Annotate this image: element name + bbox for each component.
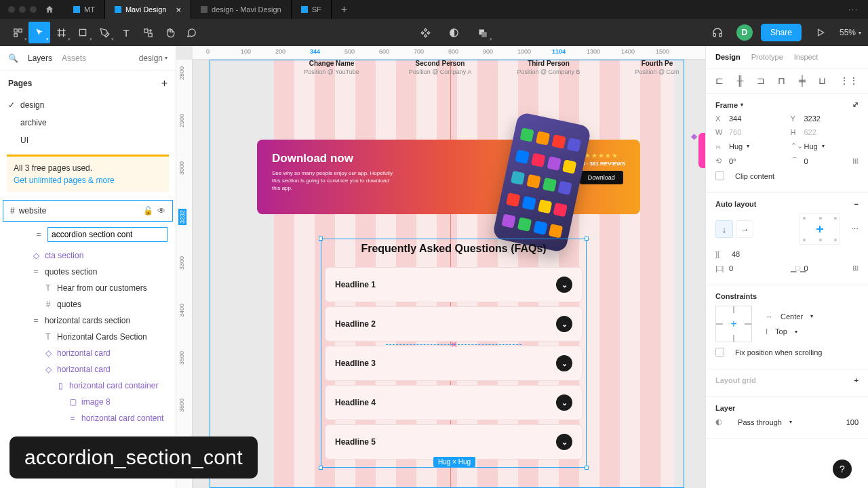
tab-layers[interactable]: Layers (28, 54, 52, 63)
add-page-icon[interactable]: + (161, 77, 167, 89)
constraint-v-dropdown[interactable]: Ⅰ Top ▾ (766, 327, 859, 336)
layer-item[interactable]: ◇horizontal card (0, 361, 176, 378)
layer-item[interactable]: THorizontal Cards Section (0, 329, 176, 345)
layer-item[interactable]: ◇cta section (0, 247, 176, 264)
clip-checkbox[interactable] (715, 171, 724, 180)
upgrade-link[interactable]: Get unlimited pages & more (14, 176, 115, 185)
move-tool-icon[interactable]: ▾ (28, 22, 50, 43)
frame-dropdown[interactable]: Frame ▾ (715, 101, 743, 109)
close-icon[interactable]: × (176, 5, 181, 15)
lock-icon[interactable]: 🔓 (143, 206, 153, 216)
constraint-h-dropdown[interactable]: ↔ Center ▾ (766, 312, 859, 321)
alignment-box[interactable] (800, 214, 840, 245)
layer-item[interactable]: ◇horizontal card (0, 345, 176, 361)
main-menu-icon[interactable]: ▾ (7, 22, 28, 43)
tab-mt[interactable]: MT (64, 0, 105, 19)
distribute-icon[interactable]: ⋮⋮ (840, 75, 859, 86)
align-left-icon[interactable]: ⊏ (715, 75, 724, 86)
fix-position-checkbox[interactable] (715, 348, 724, 357)
new-tab-button[interactable]: + (332, 3, 357, 16)
align-right-icon[interactable]: ⊐ (757, 75, 765, 86)
x-input[interactable]: 344 (729, 115, 784, 123)
radius-expand-icon[interactable]: ⊞ (852, 157, 859, 165)
close-window[interactable] (8, 6, 15, 13)
h-input[interactable]: 622 (804, 128, 859, 136)
pen-tool-icon[interactable]: ▾ (94, 22, 115, 43)
comment-tool-icon[interactable] (180, 22, 202, 43)
resize-handle[interactable] (585, 237, 589, 241)
hand-tool-icon[interactable] (159, 22, 180, 43)
left-panel: 🔍 Layers Assets design▾ Pages + ✓design … (0, 46, 176, 488)
layer-item[interactable]: =quotes section (0, 264, 176, 280)
resize-w-dropdown[interactable]: ›‹Hug▾ (715, 142, 784, 150)
page-selector[interactable]: design▾ (139, 54, 167, 63)
opacity-input[interactable]: 100 (846, 418, 859, 426)
zoom-level[interactable]: 55%▾ (840, 28, 861, 37)
layer-rename-input[interactable]: = (3, 224, 173, 245)
shape-tool-icon[interactable]: ▾ (72, 22, 94, 43)
layer-item[interactable]: =horizontal cards section (0, 312, 176, 329)
blend-mode-dropdown[interactable]: Pass through ▾ (738, 418, 792, 426)
page-design[interactable]: ✓design (0, 96, 176, 114)
frame-tool-icon[interactable]: ▾ (50, 22, 72, 43)
canvas[interactable]: 0100200344500600700800900100011041300140… (176, 46, 705, 488)
avatar[interactable]: D (736, 24, 753, 41)
radius-input[interactable]: 0 (804, 157, 849, 165)
tab-mavi-design[interactable]: Mavi Design× (105, 0, 191, 19)
direction-vertical-icon[interactable]: ↓ (715, 220, 733, 238)
resize-handle[interactable] (319, 237, 323, 241)
tab-design[interactable]: Design (715, 53, 741, 61)
home-icon[interactable] (45, 5, 64, 14)
align-hcenter-icon[interactable]: ╫ (737, 75, 744, 86)
page-archive[interactable]: archive (0, 114, 176, 131)
remove-autolayout-icon[interactable]: − (854, 200, 859, 208)
search-icon[interactable]: 🔍 (8, 54, 18, 63)
minimize-window[interactable] (19, 6, 26, 13)
component-icon[interactable] (415, 22, 437, 43)
resize-handle[interactable] (585, 466, 589, 470)
tab-design-mavi[interactable]: design - Mavi Design (191, 0, 292, 19)
resize-handle[interactable] (319, 466, 323, 470)
tab-prototype[interactable]: Prototype (751, 53, 783, 61)
direction-horizontal-icon[interactable]: → (736, 220, 753, 238)
layer-item[interactable]: ▯horizontal card container (0, 378, 176, 394)
headphones-icon[interactable] (707, 22, 728, 43)
align-top-icon[interactable]: ⊓ (778, 75, 785, 86)
y-input[interactable]: 3232 (804, 115, 859, 123)
download-button[interactable]: Download (580, 171, 623, 184)
layer-item[interactable]: ▢image 8 (0, 394, 176, 410)
constraints-box[interactable]: + (715, 306, 752, 342)
visibility-icon[interactable]: 👁 (157, 206, 165, 216)
align-bottom-icon[interactable]: ⊔ (818, 75, 826, 86)
padding-h-input[interactable]: 0 (729, 264, 784, 272)
resources-icon[interactable] (137, 22, 159, 43)
tab-assets[interactable]: Assets (62, 54, 86, 63)
resize-h-dropdown[interactable]: ⌃⌄Hug▾ (791, 142, 859, 150)
layer-root[interactable]: # website 🔓👁 (3, 200, 173, 222)
add-grid-icon[interactable]: + (854, 376, 859, 384)
tab-sf[interactable]: SF (292, 0, 332, 19)
mask-icon[interactable] (443, 22, 465, 43)
page-ui[interactable]: UI (0, 131, 176, 149)
fit-icon[interactable]: ⤢ (852, 100, 859, 109)
rename-field[interactable] (47, 227, 167, 242)
traffic-lights (0, 6, 45, 13)
help-icon[interactable]: ? (833, 460, 852, 479)
text-tool-icon[interactable]: T (115, 22, 137, 43)
layer-item[interactable]: =horizontal card content (0, 410, 176, 426)
maximize-window[interactable] (30, 6, 37, 13)
w-input[interactable]: 760 (729, 128, 784, 136)
boolean-icon[interactable]: ▾ (472, 22, 494, 43)
layer-item[interactable]: #quotes (0, 296, 176, 312)
layer-item[interactable]: THear from our customers (0, 280, 176, 296)
present-icon[interactable] (810, 22, 831, 43)
padding-v-input[interactable]: 0 (804, 264, 849, 272)
align-vcenter-icon[interactable]: ╪ (799, 75, 806, 86)
share-button[interactable]: Share (761, 24, 802, 41)
gap-input[interactable]: 48 (732, 250, 859, 258)
tab-overflow[interactable]: ··· (839, 5, 868, 14)
rotation-input[interactable]: 0° (729, 157, 784, 165)
autolayout-more-icon[interactable]: ⋯ (851, 225, 859, 234)
padding-expand-icon[interactable]: ⊞ (852, 264, 859, 272)
tab-inspect[interactable]: Inspect (794, 53, 818, 61)
